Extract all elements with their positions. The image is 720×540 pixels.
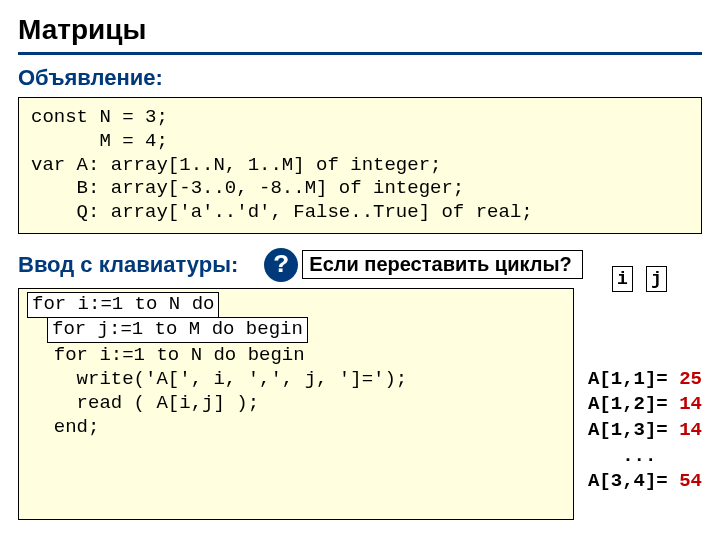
page-title: Матрицы xyxy=(18,14,702,55)
sample-output: i j A[1,1]= 25 A[1,2]= 14 A[1,3]= 14 ...… xyxy=(588,288,702,521)
highlight-inner-loop: for j:=1 to M do begin xyxy=(47,317,308,343)
section-declare-label: Объявление: xyxy=(18,65,702,91)
out-line-5-lhs: A[3,4]= xyxy=(588,470,668,492)
out-line-1-val: 25 xyxy=(679,368,702,390)
input-code: for j:=1 to M do for i:=1 to N do begin … xyxy=(18,288,574,520)
out-line-2-lhs: A[1,2]= xyxy=(588,393,668,415)
out-line-1-lhs: A[1,1]= xyxy=(588,368,668,390)
highlight-outer-loop: for i:=1 to N do xyxy=(27,292,219,318)
section-input-label: Ввод с клавиатуры: xyxy=(18,252,238,278)
out-line-3-val: 14 xyxy=(679,419,702,441)
declaration-code: const N = 3; M = 4; var A: array[1..N, 1… xyxy=(18,97,702,234)
out-line-3-lhs: A[1,3]= xyxy=(588,419,668,441)
question-mark-icon: ? xyxy=(264,248,298,282)
out-line-5-val: 54 xyxy=(679,470,702,492)
out-line-dots: ... xyxy=(588,445,656,467)
out-line-2-val: 14 xyxy=(679,393,702,415)
i-index-label: i xyxy=(612,266,633,292)
question-text: Если переставить циклы? xyxy=(302,250,582,279)
j-index-label: j xyxy=(646,266,667,292)
